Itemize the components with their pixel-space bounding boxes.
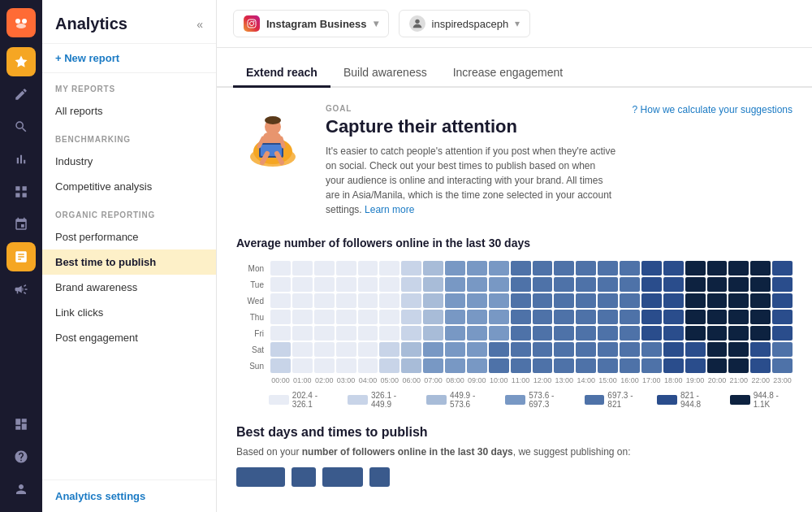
heatmap-cell bbox=[707, 293, 728, 308]
heatmap-cell bbox=[489, 293, 509, 308]
svg-point-1 bbox=[22, 19, 27, 24]
tab-increase-engagement[interactable]: Increase engagement bbox=[440, 59, 576, 88]
heatmap-cell bbox=[772, 261, 793, 276]
heatmap-cell bbox=[336, 342, 356, 357]
heatmap-cell bbox=[445, 261, 465, 276]
heatmap-cell bbox=[467, 358, 487, 373]
sidebar-item-trophy[interactable] bbox=[6, 47, 36, 76]
sidebar-item-compose[interactable] bbox=[6, 80, 36, 109]
heatmap-cell bbox=[663, 261, 684, 276]
how-we-calculate-link[interactable]: ? How we calculate your suggestions bbox=[633, 104, 793, 115]
heatmap-cell bbox=[707, 342, 728, 357]
sidebar-section-my-reports: MY REPORTS bbox=[42, 73, 216, 98]
heatmap-cell bbox=[423, 261, 443, 276]
heatmap-cell bbox=[641, 277, 662, 292]
sidebar-header: Analytics « bbox=[42, 0, 216, 44]
heatmap-cell bbox=[576, 310, 596, 324]
heatmap-cell bbox=[576, 358, 596, 373]
analytics-settings-link[interactable]: Analytics settings bbox=[42, 479, 216, 512]
legend-label: 326.1 - 449.9 bbox=[371, 391, 413, 409]
heatmap-cell bbox=[728, 358, 749, 373]
learn-more-link[interactable]: Learn more bbox=[365, 204, 414, 215]
heatmap-cell bbox=[663, 326, 684, 341]
legend-swatch bbox=[657, 395, 677, 405]
legend-swatch bbox=[348, 395, 368, 405]
heatmap-cell bbox=[314, 358, 335, 373]
svg-point-2 bbox=[16, 24, 26, 28]
heatmap-cell bbox=[270, 342, 291, 357]
heatmap-cell bbox=[750, 277, 771, 292]
sidebar-item-competitive-analysis[interactable]: Competitive analysis bbox=[42, 174, 216, 199]
heatmap-cell bbox=[598, 277, 618, 292]
heatmap-cell bbox=[336, 310, 356, 324]
best-day-bar bbox=[322, 467, 363, 487]
sidebar-item-megaphone[interactable] bbox=[6, 275, 36, 304]
sidebar-item-industry[interactable]: Industry bbox=[42, 149, 216, 174]
heatmap-cell bbox=[358, 342, 378, 357]
sidebar-item-link-clicks[interactable]: Link clicks bbox=[42, 300, 216, 325]
heatmap-cell bbox=[379, 342, 400, 357]
heatmap-cell bbox=[554, 310, 574, 324]
heatmap-container: MonTueWedThuFriSatSun00:0001:0002:0003:0… bbox=[236, 261, 793, 409]
account-chevron-icon: ▾ bbox=[515, 18, 520, 29]
tab-extend-reach[interactable]: Extend reach bbox=[233, 59, 330, 88]
heatmap-cell bbox=[401, 310, 421, 324]
heatmap-cell bbox=[358, 358, 378, 373]
heatmap-hour-label: 07:00 bbox=[423, 376, 443, 384]
heatmap-cell bbox=[772, 342, 793, 357]
heatmap-cell bbox=[445, 358, 465, 373]
best-day-bar bbox=[369, 467, 390, 487]
heatmap-cell bbox=[663, 293, 684, 308]
legend-label: 697.3 - 821 bbox=[607, 391, 644, 409]
platform-selector[interactable]: Instagram Business ▾ bbox=[233, 10, 389, 37]
heatmap-cell bbox=[489, 261, 509, 276]
heatmap-hour-label: 01:00 bbox=[292, 376, 313, 384]
sidebar-item-analytics[interactable] bbox=[6, 242, 36, 271]
heatmap-cell bbox=[533, 261, 553, 276]
sidebar-item-grid[interactable] bbox=[6, 177, 36, 206]
sidebar-item-charts[interactable] bbox=[6, 145, 36, 174]
sidebar-item-help[interactable] bbox=[6, 442, 36, 471]
sidebar-item-post-performance[interactable]: Post performance bbox=[42, 224, 216, 249]
heatmap-cell bbox=[314, 261, 335, 276]
heatmap-cell bbox=[750, 261, 771, 276]
sidebar-item-search[interactable] bbox=[6, 112, 36, 141]
new-report-button[interactable]: + New report bbox=[42, 44, 216, 73]
sidebar-item-best-time[interactable]: Best time to publish bbox=[42, 249, 216, 275]
heatmap-cell bbox=[772, 310, 793, 324]
heatmap-cell bbox=[358, 326, 378, 341]
heatmap-cell bbox=[270, 261, 291, 276]
heatmap-hour-label: 20:00 bbox=[707, 376, 728, 384]
heatmap-cell bbox=[423, 342, 443, 357]
heatmap-cell bbox=[467, 310, 487, 324]
sidebar-item-all-reports[interactable]: All reports bbox=[42, 98, 216, 124]
heatmap-cell bbox=[292, 358, 313, 373]
heatmap-cell bbox=[641, 342, 662, 357]
account-label: inspiredspaceph bbox=[432, 18, 509, 30]
heatmap-cell bbox=[620, 310, 640, 324]
legend-swatch bbox=[269, 395, 289, 405]
sidebar-collapse-button[interactable]: « bbox=[197, 18, 203, 31]
sidebar-item-brand-awareness[interactable]: Brand awareness bbox=[42, 275, 216, 300]
sidebar-item-calendar[interactable] bbox=[6, 210, 36, 239]
heatmap-cell bbox=[423, 293, 443, 308]
heatmap-cell bbox=[663, 310, 684, 324]
sidebar-item-dashboard[interactable] bbox=[6, 410, 36, 439]
legend-label: 202.4 - 326.1 bbox=[292, 391, 335, 409]
goal-banner: GOAL Capture their attention It's easier… bbox=[236, 104, 793, 217]
platform-label: Instagram Business bbox=[266, 18, 367, 30]
heatmap-cell bbox=[358, 261, 378, 276]
heatmap-cell bbox=[511, 326, 531, 341]
sidebar-item-post-engagement[interactable]: Post engagement bbox=[42, 325, 216, 350]
heatmap-cell bbox=[423, 277, 443, 292]
legend-item: 944.8 - 1.1K bbox=[730, 391, 793, 409]
best-days-description: Based on your number of followers online… bbox=[236, 446, 793, 458]
heatmap-cell bbox=[379, 358, 400, 373]
heatmap-hour-label: 13:00 bbox=[554, 376, 574, 384]
goal-label: GOAL bbox=[326, 104, 616, 113]
tab-build-awareness[interactable]: Build awareness bbox=[330, 59, 440, 88]
account-selector[interactable]: inspiredspaceph ▾ bbox=[399, 10, 531, 37]
heatmap-cell bbox=[292, 310, 313, 324]
sidebar-item-profile[interactable] bbox=[6, 475, 36, 504]
heatmap-cell bbox=[292, 342, 313, 357]
